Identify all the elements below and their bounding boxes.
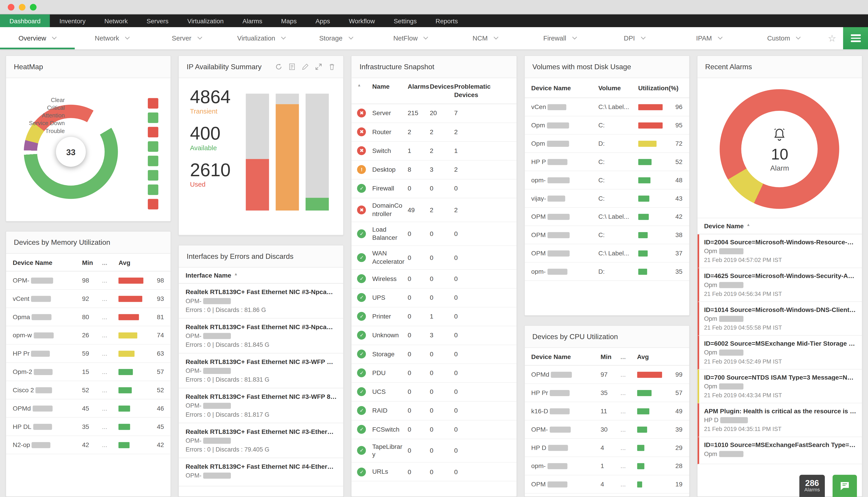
heatmap-cell[interactable] bbox=[148, 112, 159, 123]
column-header-device[interactable]: Device Name bbox=[531, 84, 598, 91]
dashboard-tab[interactable]: Custom bbox=[746, 27, 821, 49]
table-row[interactable]: HP D 4 ... 29 bbox=[525, 439, 689, 457]
table-row[interactable]: ✖ DomainController 49 2 2 bbox=[352, 198, 516, 222]
table-row[interactable]: N2-op 42 ... 42 bbox=[6, 436, 171, 454]
list-item[interactable]: Realtek RTL8139C+ Fast Ethernet NIC #4-E… bbox=[179, 458, 343, 486]
list-item[interactable]: Realtek RTL8139C+ Fast Ethernet NIC #3-N… bbox=[179, 284, 343, 318]
table-row[interactable]: k16-D 11 ... 49 bbox=[525, 402, 689, 421]
column-header-problematic[interactable]: Problematic Devices bbox=[454, 83, 511, 99]
alarm-item[interactable]: APM Plugin: Health is critical as the re… bbox=[697, 403, 862, 437]
column-header-name[interactable]: Name bbox=[372, 83, 408, 99]
chevron-down-icon[interactable] bbox=[424, 35, 428, 40]
dashboard-tab[interactable]: Firewall bbox=[523, 27, 597, 49]
column-header-min[interactable]: Min bbox=[82, 259, 102, 266]
table-row[interactable]: ✖ Switch 1 2 1 bbox=[352, 142, 516, 161]
alarm-item[interactable]: ID=4625 Source=Microsoft-Windows-Securit… bbox=[697, 268, 862, 302]
table-row[interactable]: ✓ Load Balancer 0 0 0 bbox=[352, 222, 516, 246]
list-item[interactable]: Realtek RTL8139C+ Fast Ethernet NIC #3-W… bbox=[179, 388, 343, 423]
table-row[interactable]: OPM- 30 ... 39 bbox=[525, 421, 689, 439]
table-row[interactable]: OPMd 97 ... 99 bbox=[525, 366, 689, 384]
stacked-bar[interactable] bbox=[276, 94, 299, 211]
table-row[interactable]: ✖ Router 2 2 2 bbox=[352, 123, 516, 142]
chevron-down-icon[interactable] bbox=[796, 35, 801, 40]
table-row[interactable]: ✓ URLs 0 0 0 bbox=[352, 463, 516, 482]
table-row[interactable]: vCent 92 ... 93 bbox=[6, 290, 171, 308]
primary-nav-item[interactable]: Alarms bbox=[233, 14, 272, 27]
alarm-item[interactable]: ID=2004 Source=Microsoft-Windows-Resourc… bbox=[697, 235, 862, 268]
alarms-list-header[interactable]: Device Name ▲ bbox=[697, 218, 862, 234]
table-row[interactable]: HP DL 35 ... 45 bbox=[6, 418, 171, 436]
refresh-icon[interactable] bbox=[275, 63, 282, 70]
heatmap-cell[interactable] bbox=[148, 170, 159, 181]
sort-asc-icon[interactable]: ▲ bbox=[357, 83, 361, 87]
heatmap-cell[interactable] bbox=[148, 141, 159, 152]
table-row[interactable]: ✓ RAID 0 0 0 bbox=[352, 401, 516, 420]
table-row[interactable]: opm- C: 48 bbox=[525, 171, 689, 189]
chevron-down-icon[interactable] bbox=[718, 35, 723, 40]
dashboard-tab[interactable]: DPI bbox=[597, 27, 672, 49]
table-row[interactable]: Opm-2 15 ... 57 bbox=[6, 363, 171, 381]
stacked-bar[interactable] bbox=[246, 94, 269, 211]
dashboard-tab[interactable]: Storage bbox=[299, 27, 373, 49]
table-row[interactable]: OPM- 98 ... 98 bbox=[6, 271, 171, 290]
table-row[interactable]: Opma 80 ... 81 bbox=[6, 308, 171, 326]
alarm-item[interactable]: ID=1014 Source=Microsoft-Windows-DNS-Cli… bbox=[697, 302, 862, 336]
table-row[interactable]: ✓ Storage 0 0 0 bbox=[352, 345, 516, 364]
table-row[interactable]: HP Pr 35 ... 57 bbox=[525, 384, 689, 402]
table-row[interactable]: vCen C:\ Label... 96 bbox=[525, 98, 689, 116]
interfaces-list-header[interactable]: Interface Name ▲ bbox=[179, 268, 343, 284]
column-header-volume[interactable]: Volume bbox=[598, 84, 638, 91]
table-row[interactable]: ✓ PDU 0 0 0 bbox=[352, 364, 516, 383]
primary-nav-item[interactable]: Virtualization bbox=[178, 14, 233, 27]
list-item[interactable]: Realtek RTL8139C+ Fast Ethernet NIC #3-E… bbox=[179, 423, 343, 458]
dashboard-tab[interactable]: Network bbox=[75, 27, 149, 49]
window-control-button[interactable] bbox=[19, 4, 25, 10]
stacked-bar[interactable] bbox=[306, 94, 329, 211]
edit-icon[interactable] bbox=[302, 63, 309, 70]
column-header-device[interactable]: Device Name bbox=[531, 353, 601, 360]
column-header-devices[interactable]: Devices bbox=[430, 83, 454, 99]
chevron-down-icon[interactable] bbox=[641, 35, 646, 40]
table-row[interactable]: ✓ Wireless 0 0 0 bbox=[352, 269, 516, 288]
chevron-down-icon[interactable] bbox=[572, 35, 577, 40]
primary-nav-item[interactable]: Workflow bbox=[339, 14, 384, 27]
chevron-down-icon[interactable] bbox=[125, 35, 130, 40]
heatmap-cell[interactable] bbox=[148, 156, 159, 166]
column-header-utilization[interactable]: Utilization(%) bbox=[638, 84, 682, 91]
sort-asc-icon[interactable]: ▲ bbox=[746, 223, 750, 226]
favorite-star-icon[interactable]: ☆ bbox=[821, 27, 843, 49]
table-row[interactable]: OPM C:\ Label... 42 bbox=[525, 208, 689, 226]
chevron-down-icon[interactable] bbox=[281, 35, 286, 40]
alarm-item[interactable]: ID=1010 Source=MSExchangeFastSearch Type… bbox=[697, 437, 862, 464]
column-header-device[interactable]: Device Name bbox=[13, 259, 82, 266]
table-row[interactable]: ✓ WAN Accelerator 0 0 0 bbox=[352, 246, 516, 269]
expand-icon[interactable] bbox=[315, 63, 322, 70]
chevron-down-icon[interactable] bbox=[494, 35, 498, 40]
dashboard-tab[interactable]: Overview bbox=[0, 27, 75, 49]
table-row[interactable]: ✓ Printer 0 1 0 bbox=[352, 307, 516, 326]
column-header-avg[interactable]: Avg bbox=[637, 353, 682, 360]
sort-asc-icon[interactable]: ▲ bbox=[234, 272, 238, 276]
table-row[interactable]: ✓ TapeLibrary 0 0 0 bbox=[352, 439, 516, 463]
alarm-item[interactable]: ID=700 Source=NTDS ISAM Type=3 Message=N… bbox=[697, 369, 862, 403]
primary-nav-item[interactable]: Servers bbox=[137, 14, 178, 27]
table-row[interactable]: ✖ Server 215 20 7 bbox=[352, 104, 516, 123]
chevron-down-icon[interactable] bbox=[197, 35, 202, 40]
primary-nav-item[interactable]: Maps bbox=[272, 14, 306, 27]
table-row[interactable]: Opm D: 72 bbox=[525, 134, 689, 153]
report-icon[interactable] bbox=[289, 63, 296, 70]
table-row[interactable]: opm- 1 ... 28 bbox=[525, 457, 689, 475]
table-row[interactable]: ✓ UPS 0 0 0 bbox=[352, 288, 516, 307]
table-row[interactable]: ✓ UCS 0 0 0 bbox=[352, 383, 516, 401]
dashboard-menu-button[interactable] bbox=[843, 27, 868, 49]
table-row[interactable]: opm-w 26 ... 74 bbox=[6, 326, 171, 344]
dashboard-tab[interactable]: IPAM bbox=[672, 27, 746, 49]
dashboard-tab[interactable]: NCM bbox=[448, 27, 523, 49]
primary-nav-item[interactable]: Dashboard bbox=[0, 14, 50, 27]
primary-nav-item[interactable]: Reports bbox=[426, 14, 467, 27]
table-row[interactable]: vijay- C: 43 bbox=[525, 189, 689, 208]
delete-icon[interactable] bbox=[328, 63, 336, 70]
alarm-item[interactable]: ID=6002 Source=MSExchange Mid-Tier Stora… bbox=[697, 336, 862, 369]
table-row[interactable]: OPM C: 38 bbox=[525, 226, 689, 244]
chevron-down-icon[interactable] bbox=[348, 35, 353, 40]
